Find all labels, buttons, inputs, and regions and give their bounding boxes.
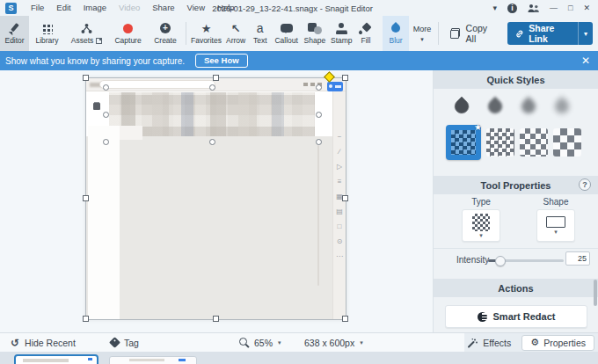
canvas-size: 638 x 600px <box>304 338 354 348</box>
quick-styles-header: Quick Styles <box>434 70 598 89</box>
resize-handle-s[interactable] <box>213 316 219 322</box>
share-link-caret[interactable]: ▾ <box>578 22 593 45</box>
quick-style-blur-3[interactable] <box>518 93 539 120</box>
tag-button[interactable]: Tag <box>111 333 139 352</box>
captured-blue-button <box>327 82 343 91</box>
close-button[interactable]: ✕ <box>583 4 590 12</box>
title-bar: S File Edit Image Video Share View Help … <box>0 0 598 16</box>
shape-tool-icon <box>308 23 322 34</box>
recent-thumbnail[interactable] <box>109 356 197 364</box>
recent-thumbnail-selected[interactable] <box>14 354 98 364</box>
type-pixelate-icon <box>472 214 490 231</box>
quick-style-blur-4[interactable] <box>551 93 572 120</box>
intensity-slider[interactable] <box>488 259 564 262</box>
blur-handle-se[interactable] <box>316 139 322 145</box>
quick-style-pixelate-2[interactable] <box>486 128 514 157</box>
banner-close-icon[interactable]: ✕ <box>581 55 590 66</box>
resize-handle-n[interactable] <box>213 75 219 81</box>
recent-captures-tray <box>0 352 598 364</box>
menu-edit[interactable]: Edit <box>50 0 77 16</box>
resize-handle-nw[interactable] <box>83 75 89 81</box>
tool-stamp-button[interactable]: Stamp <box>329 16 354 51</box>
maximize-button[interactable]: □ <box>568 4 572 12</box>
blur-style-drop-icon <box>452 97 472 117</box>
blur-handle-n[interactable] <box>209 84 215 91</box>
quick-style-blur-1[interactable] <box>451 93 472 120</box>
copy-icon <box>450 28 460 39</box>
nav-create-button[interactable]: + Create <box>148 16 184 51</box>
quick-style-pixelate-1-selected[interactable]: ★ <box>446 125 481 160</box>
see-how-button[interactable]: See How <box>195 54 248 68</box>
section-divider <box>434 248 598 249</box>
magnifier-icon <box>239 338 249 347</box>
blur-handle-nw[interactable] <box>103 84 109 91</box>
intensity-slider-handle[interactable] <box>495 256 506 266</box>
status-bar: ↺ Hide Recent Tag 65% ▾ 638 x 600px ▾ Ef… <box>0 332 598 352</box>
resize-handle-sw[interactable] <box>83 316 89 322</box>
nav-library-button[interactable]: Library <box>29 16 65 51</box>
properties-tab[interactable]: ⚙ Properties <box>521 335 594 351</box>
more-caret-icon: ▾ <box>420 36 424 42</box>
window-title: 2026-01-29_13-22-41.snagx - Snagit Edito… <box>198 4 387 13</box>
tool-blur-button[interactable]: Blur <box>383 16 409 51</box>
captured-image[interactable]: − ∕ ▷ ≡ ▦ ▤ □ ⊙ ⋯ <box>86 78 346 319</box>
intensity-value-input[interactable] <box>565 251 590 266</box>
title-caret-icon[interactable]: ▾ <box>492 4 497 12</box>
effects-tab[interactable]: Effects <box>467 338 511 348</box>
tool-arrow-button[interactable]: ↖ Arrow <box>223 16 249 51</box>
hide-recent-button[interactable]: ↺ Hide Recent <box>11 333 76 352</box>
blur-handle-s[interactable] <box>209 139 215 145</box>
mini-icon: ▷ <box>337 164 342 171</box>
nav-editor-button[interactable]: Editor <box>0 16 29 51</box>
promo-banner: Show what you know by sharing your captu… <box>0 51 598 70</box>
tool-fill-button[interactable]: Fill <box>354 16 377 51</box>
tool-callout-button[interactable]: Callout <box>272 16 301 51</box>
zoom-caret-icon: ▾ <box>278 339 281 346</box>
type-dropdown[interactable]: ▾ <box>462 209 500 242</box>
tool-shape-button[interactable]: Shape <box>301 16 328 51</box>
resize-handle-ne[interactable] <box>342 75 348 81</box>
arrow-tool-icon: ↖ <box>231 22 241 34</box>
tag-icon <box>109 337 120 348</box>
tool-favorites-button[interactable]: ★ Favorites <box>189 16 223 51</box>
pixelate-pattern-icon <box>451 130 476 155</box>
snagit-logo-icon: S <box>5 3 17 14</box>
blur-handle-sw[interactable] <box>103 139 109 145</box>
blur-handle-e[interactable] <box>316 112 322 118</box>
resize-handle-w[interactable] <box>83 195 89 201</box>
menu-image[interactable]: Image <box>77 0 113 16</box>
quick-style-pixelate-3[interactable] <box>520 128 548 157</box>
info-icon[interactable]: i <box>507 4 517 13</box>
blur-handle-ne[interactable] <box>316 84 322 91</box>
copy-all-button[interactable]: Copy All <box>450 16 497 51</box>
nav-capture-button[interactable]: Capture <box>108 16 147 51</box>
zoom-dropdown[interactable]: 65% ▾ <box>239 333 281 352</box>
mini-icon: ∕ <box>339 149 339 156</box>
resize-handle-e[interactable] <box>342 195 348 201</box>
tool-more-button[interactable]: More ▾ <box>409 16 434 51</box>
resize-handle-se[interactable] <box>342 316 348 322</box>
editor-canvas[interactable]: − ∕ ▷ ≡ ▦ ▤ □ ⊙ ⋯ <box>0 70 433 332</box>
magic-wand-icon <box>467 338 478 348</box>
quick-style-pixelate-4[interactable] <box>553 128 581 157</box>
nav-assets-button[interactable]: Assets <box>65 16 109 51</box>
main-toolbar: Editor Library Assets Capture + Create ★… <box>0 16 598 51</box>
menu-file[interactable]: File <box>25 0 50 16</box>
account-people-icon[interactable] <box>528 4 539 12</box>
canvas-size-dropdown[interactable]: 638 x 600px ▾ <box>304 333 363 352</box>
actions-header: Actions <box>434 279 598 297</box>
create-plus-icon: + <box>160 23 171 33</box>
type-label: Type <box>455 197 507 207</box>
sidebar-scrollbar[interactable] <box>594 280 597 306</box>
mini-icon: − <box>338 134 342 141</box>
shape-dropdown[interactable]: ▾ <box>536 209 575 242</box>
menu-share[interactable]: Share <box>146 0 180 16</box>
share-link-button[interactable]: Share Link ▾ <box>507 22 593 45</box>
smart-redact-button[interactable]: Smart Redact <box>445 305 587 328</box>
captured-search-field <box>99 80 215 89</box>
quick-style-blur-2[interactable] <box>485 93 506 120</box>
help-button[interactable]: ? <box>579 178 591 191</box>
blur-handle-w[interactable] <box>103 112 109 118</box>
minimize-button[interactable]: — <box>550 4 558 12</box>
tool-text-button[interactable]: a Text <box>248 16 272 51</box>
